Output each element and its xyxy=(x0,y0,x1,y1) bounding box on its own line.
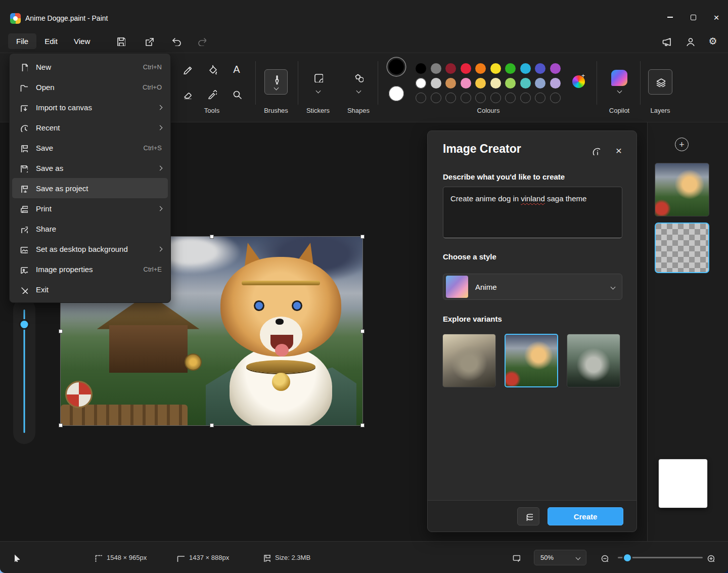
colour-swatch[interactable] xyxy=(550,63,561,74)
colour-swatch[interactable] xyxy=(490,78,501,89)
colour-swatch-empty[interactable] xyxy=(535,93,545,103)
file-menu-item-recent[interactable]: Recent xyxy=(12,117,168,138)
shapes-button[interactable] xyxy=(348,67,369,87)
edit-menu-button[interactable]: Edit xyxy=(36,33,66,49)
colour-swatch[interactable] xyxy=(475,63,486,74)
zoom-in-button[interactable] xyxy=(706,542,714,573)
colour-swatch[interactable] xyxy=(461,63,471,74)
file-menu-item-print[interactable]: Print xyxy=(12,198,168,218)
colour-swatch-empty[interactable] xyxy=(490,93,501,103)
copilot-button[interactable] xyxy=(611,70,627,86)
colour-swatch[interactable] xyxy=(505,78,516,89)
minimize-button[interactable] xyxy=(658,7,681,27)
colour-swatch[interactable] xyxy=(431,63,441,74)
file-menu-item-image-properties[interactable]: Image properties Ctrl+E xyxy=(12,259,168,279)
style-dropdown[interactable]: Anime xyxy=(443,274,622,300)
create-button[interactable]: Create xyxy=(548,507,623,525)
colour-swatch[interactable] xyxy=(520,63,531,74)
selection-handle-top[interactable] xyxy=(210,235,214,239)
colour-swatch[interactable] xyxy=(431,78,441,89)
layer-thumbnail-2-selected[interactable] xyxy=(655,223,709,273)
colour-swatch[interactable] xyxy=(445,63,456,74)
chevron-down-icon[interactable] xyxy=(316,89,321,94)
selection-handle-bottom-right[interactable] xyxy=(360,423,365,427)
colour-swatch[interactable] xyxy=(445,78,456,89)
colour-swatch[interactable] xyxy=(416,78,426,89)
layer-thumbnail-1[interactable] xyxy=(655,163,709,216)
selection-handle-top-right[interactable] xyxy=(360,235,365,239)
chevron-down-icon[interactable] xyxy=(356,89,361,94)
layers-button[interactable] xyxy=(648,69,672,95)
colour-swatch-empty[interactable] xyxy=(416,93,426,103)
view-menu-button[interactable]: View xyxy=(66,33,98,49)
selection-handle-bottom[interactable] xyxy=(210,423,214,427)
file-menu-item-save[interactable]: Save Ctrl+S xyxy=(12,138,168,158)
file-menu-item-new[interactable]: New Ctrl+N xyxy=(12,57,168,77)
file-menu-item-save-as[interactable]: Save as xyxy=(12,158,168,178)
undo-button[interactable] xyxy=(166,32,186,50)
zoom-slider-thumb[interactable] xyxy=(624,554,631,561)
prompt-textarea[interactable]: Create anime dog in vinland saga theme xyxy=(443,187,622,238)
zoom-slider[interactable] xyxy=(618,557,703,558)
fill-tool-button[interactable] xyxy=(202,59,222,79)
colour-swatch[interactable] xyxy=(520,78,531,89)
selection-handle-right[interactable] xyxy=(360,329,365,333)
brushes-button[interactable] xyxy=(264,69,288,95)
colour-swatch[interactable] xyxy=(505,63,516,74)
colour-swatch[interactable] xyxy=(490,63,501,74)
file-menu-button[interactable]: File xyxy=(8,33,36,49)
eraser-tool-button[interactable] xyxy=(177,84,197,104)
magnifier-tool-button[interactable] xyxy=(226,84,247,104)
colour-swatch[interactable] xyxy=(461,78,471,89)
color-picker-tool-button[interactable] xyxy=(202,84,222,104)
selection-handle-bottom-left[interactable] xyxy=(59,423,63,427)
variant-thumbnail-3[interactable] xyxy=(567,334,620,387)
background-layer-thumbnail[interactable] xyxy=(659,459,707,508)
colour-swatch-empty[interactable] xyxy=(475,93,486,103)
file-menu-item-import-to-canvas[interactable]: Import to canvas xyxy=(12,97,168,117)
file-menu-item-share[interactable]: Share xyxy=(12,218,168,239)
colour-swatch[interactable] xyxy=(535,78,545,89)
feedback-button[interactable] xyxy=(656,32,676,50)
vertical-slider-thumb[interactable] xyxy=(21,321,28,328)
variant-thumbnail-2-selected[interactable] xyxy=(505,334,558,387)
stickers-button[interactable] xyxy=(308,67,328,87)
vertical-slider[interactable] xyxy=(13,298,35,444)
share-button[interactable] xyxy=(139,32,159,50)
colour-swatch-empty[interactable] xyxy=(550,93,561,103)
close-button[interactable]: × xyxy=(705,7,728,27)
file-menu-item-open[interactable]: Open Ctrl+O xyxy=(12,77,168,97)
colour-swatch-empty[interactable] xyxy=(445,93,456,103)
chevron-down-icon[interactable] xyxy=(617,89,622,94)
variant-thumbnail-1[interactable] xyxy=(442,334,496,387)
file-menu-item-set-as-desktop-background[interactable]: Set as desktop background xyxy=(12,239,168,259)
text-tool-button[interactable]: A xyxy=(226,59,247,79)
close-panel-button[interactable]: × xyxy=(611,143,626,158)
add-layer-button[interactable]: + xyxy=(675,138,689,151)
primary-colour-swatch[interactable] xyxy=(389,59,404,74)
colour-swatch-empty[interactable] xyxy=(461,93,471,103)
save-button[interactable] xyxy=(110,32,130,50)
selection-handle-left[interactable] xyxy=(59,329,63,333)
redo-button[interactable] xyxy=(191,32,211,50)
toolbar-separator xyxy=(640,61,641,105)
maximize-button[interactable] xyxy=(681,7,705,27)
colour-swatch[interactable] xyxy=(535,63,545,74)
settings-button[interactable]: ⚙ xyxy=(703,32,723,50)
file-menu-item-exit[interactable]: Exit xyxy=(12,279,168,299)
colour-swatch-empty[interactable] xyxy=(431,93,441,103)
secondary-colour-swatch[interactable] xyxy=(389,86,404,101)
account-button[interactable] xyxy=(679,32,700,50)
colour-swatch-empty[interactable] xyxy=(505,93,516,103)
colour-swatch-empty[interactable] xyxy=(520,93,531,103)
zoom-out-button[interactable] xyxy=(600,542,608,573)
zoom-level-dropdown[interactable]: 50% xyxy=(534,550,586,565)
credits-button[interactable] xyxy=(517,507,539,525)
colour-swatch[interactable] xyxy=(475,78,486,89)
pencil-tool-button[interactable] xyxy=(177,59,197,79)
colour-swatch[interactable] xyxy=(416,63,426,74)
colour-swatch[interactable] xyxy=(550,78,561,89)
info-button[interactable] xyxy=(588,143,603,158)
file-menu-item-save-as-project[interactable]: Save as project xyxy=(12,178,168,198)
fit-to-screen-button[interactable] xyxy=(512,542,520,573)
